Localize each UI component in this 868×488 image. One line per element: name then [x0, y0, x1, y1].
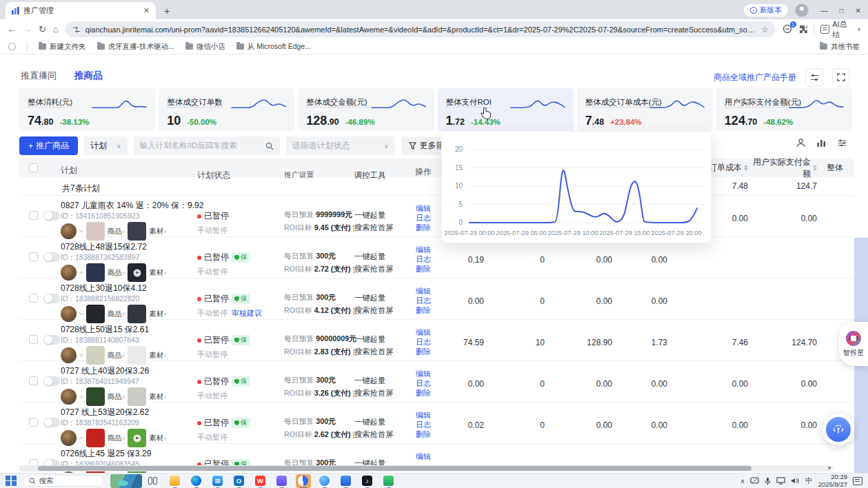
- reload-button[interactable]: ↻: [39, 24, 46, 34]
- one-key-boost-link[interactable]: 一键起量: [354, 334, 405, 344]
- campaign-name[interactable]: 0727 线上53退20保2.62: [61, 407, 192, 418]
- taskbar-app-douyin[interactable]: ♪: [360, 474, 375, 488]
- row-checkbox[interactable]: [29, 335, 38, 344]
- product-thumbnail[interactable]: [86, 222, 105, 241]
- touchpad-icon[interactable]: [750, 477, 759, 485]
- metric-card[interactable]: 整体消耗(元) 74.80 -38.13%: [19, 88, 155, 131]
- material-link[interactable]: 素材›: [149, 351, 166, 360]
- review-suggestion-link[interactable]: 审核建议: [232, 308, 262, 318]
- scope-select[interactable]: 计划∨: [84, 136, 128, 155]
- product-link[interactable]: 商品›: [108, 392, 125, 402]
- operation-link[interactable]: 日志: [405, 214, 441, 223]
- product-thumbnail[interactable]: [86, 263, 105, 282]
- search-topview-link[interactable]: 搜索抢首屏: [354, 223, 405, 232]
- table-settings-icon[interactable]: [837, 138, 847, 148]
- taskbar-app-file-explorer[interactable]: [168, 474, 183, 488]
- row-checkbox[interactable]: [29, 376, 38, 385]
- operation-link[interactable]: 日志: [405, 255, 441, 264]
- taskbar-search[interactable]: 搜索: [23, 475, 104, 487]
- tab-product[interactable]: 推商品: [74, 70, 103, 82]
- product-link[interactable]: 商品›: [108, 227, 125, 236]
- history-icon[interactable]: [8, 43, 16, 50]
- operation-link[interactable]: 编辑: [405, 452, 441, 461]
- forward-button[interactable]: →: [23, 24, 32, 34]
- extensions-puzzle-icon[interactable]: [799, 25, 808, 34]
- row-enable-toggle[interactable]: [43, 294, 60, 303]
- material-link[interactable]: 素材›: [149, 392, 166, 402]
- product-thumbnail[interactable]: [86, 429, 105, 447]
- taskbar-app-microsoft-store[interactable]: ⊞: [210, 474, 225, 488]
- close-button[interactable]: ✕: [856, 7, 861, 14]
- operation-link[interactable]: 日志: [405, 420, 441, 429]
- columns-chart-icon[interactable]: [816, 138, 827, 148]
- product-manual-link[interactable]: 商品全域推广产品手册: [714, 72, 796, 83]
- row-enable-toggle[interactable]: [43, 335, 60, 345]
- header-plan[interactable]: 计划: [61, 160, 192, 176]
- operation-link[interactable]: 删除: [405, 430, 441, 439]
- row-enable-toggle[interactable]: [43, 211, 60, 221]
- material-link[interactable]: 素材›: [149, 309, 166, 319]
- speaker-icon[interactable]: [791, 477, 800, 485]
- bookmark-item[interactable]: 虎牙直播-技术驱动...: [97, 42, 174, 52]
- other-bookmarks-button[interactable]: 其他书签: [820, 42, 860, 52]
- metric-card[interactable]: 整体成交订单成本(元) 7.48 +23.84%: [577, 88, 713, 131]
- search-topview-link[interactable]: 搜索抢首屏: [354, 429, 405, 439]
- tab-close-icon[interactable]: ✕: [143, 6, 150, 15]
- back-button[interactable]: ←: [7, 24, 16, 34]
- row-checkbox[interactable]: [29, 252, 38, 261]
- operation-link[interactable]: 删除: [405, 306, 441, 315]
- row-enable-toggle[interactable]: [43, 376, 60, 386]
- metric-settings-button[interactable]: [805, 68, 823, 86]
- operation-link[interactable]: 编辑: [405, 287, 441, 296]
- home-button[interactable]: ⌂: [53, 24, 59, 34]
- browser-profile-avatar[interactable]: [795, 3, 809, 17]
- status-filter-select[interactable]: 请筛选计划状态∨: [286, 136, 395, 155]
- operation-link[interactable]: 删除: [405, 389, 441, 398]
- campaign-name[interactable]: 0726线上45 退25 保3.29: [61, 449, 192, 459]
- metric-card[interactable]: 用户实际支付金额(元) 124.70 -48.62%: [716, 88, 852, 131]
- one-key-boost-link[interactable]: 一键起量: [354, 417, 405, 427]
- search-topview-link[interactable]: 搜索抢首屏: [354, 305, 405, 315]
- taskbar-app-outlook[interactable]: O: [232, 474, 247, 488]
- one-key-boost-link[interactable]: 一键起量: [354, 293, 405, 303]
- taskbar-app-qianchuan-browser[interactable]: [296, 474, 311, 488]
- select-all-checkbox[interactable]: [29, 163, 38, 172]
- search-topview-link[interactable]: 搜索抢首屏: [354, 388, 405, 398]
- operation-link[interactable]: 编辑: [405, 328, 441, 337]
- operation-link[interactable]: 编辑: [405, 411, 441, 420]
- product-thumbnail[interactable]: [86, 305, 105, 323]
- bookmark-item[interactable]: 新建文件夹: [39, 42, 86, 52]
- operation-link[interactable]: 编辑: [405, 204, 441, 213]
- row-enable-toggle[interactable]: [43, 418, 60, 427]
- taskbar-app-app-green[interactable]: [381, 474, 396, 488]
- taskbar-clock[interactable]: 20:292025/8/27: [818, 474, 847, 488]
- scroll-right-arrow[interactable]: ▸: [828, 464, 831, 471]
- bookmark-item[interactable]: 从 Microsoft Edge...: [236, 42, 311, 52]
- campaign-name[interactable]: 0728线上30退10保4.12: [61, 283, 192, 294]
- one-key-boost-link[interactable]: 一键起量: [354, 376, 405, 385]
- operation-link[interactable]: 删除: [405, 223, 441, 232]
- operation-link[interactable]: 日志: [405, 296, 441, 305]
- adblock-extension-icon[interactable]: 1: [783, 24, 793, 34]
- material-thumbnail[interactable]: [128, 429, 146, 447]
- row-checkbox[interactable]: [29, 418, 38, 427]
- header-tools[interactable]: 调控工具: [354, 156, 405, 181]
- address-bar[interactable]: qianchuan.jinritemai.com/uni-prom?aavid=…: [65, 21, 776, 37]
- taskbar-app-app-blue-tile[interactable]: [339, 474, 354, 488]
- site-settings-icon[interactable]: [72, 26, 81, 34]
- row-checkbox[interactable]: [29, 294, 38, 303]
- operation-link[interactable]: 编辑: [405, 369, 441, 378]
- minimize-button[interactable]: —: [821, 7, 828, 14]
- product-link[interactable]: 商品›: [108, 268, 125, 278]
- operation-link[interactable]: 日志: [405, 379, 441, 388]
- bookmark-item[interactable]: 微信小店: [185, 42, 225, 52]
- search-topview-link[interactable]: 搜索抢首屏: [354, 347, 405, 356]
- taskbar-app-app-blue-circle[interactable]: [317, 474, 332, 488]
- zhitouxing-widget[interactable]: 智投星: [839, 322, 868, 366]
- taskbar-app-wps-office[interactable]: W: [253, 474, 268, 488]
- url-text[interactable]: qianchuan.jinritemai.com/uni-prom?aavid=…: [85, 26, 756, 34]
- row-enable-toggle[interactable]: [43, 252, 60, 262]
- header-settings[interactable]: 推广设置: [274, 156, 354, 180]
- row-checkbox[interactable]: [29, 211, 38, 220]
- product-link[interactable]: 商品›: [108, 309, 125, 319]
